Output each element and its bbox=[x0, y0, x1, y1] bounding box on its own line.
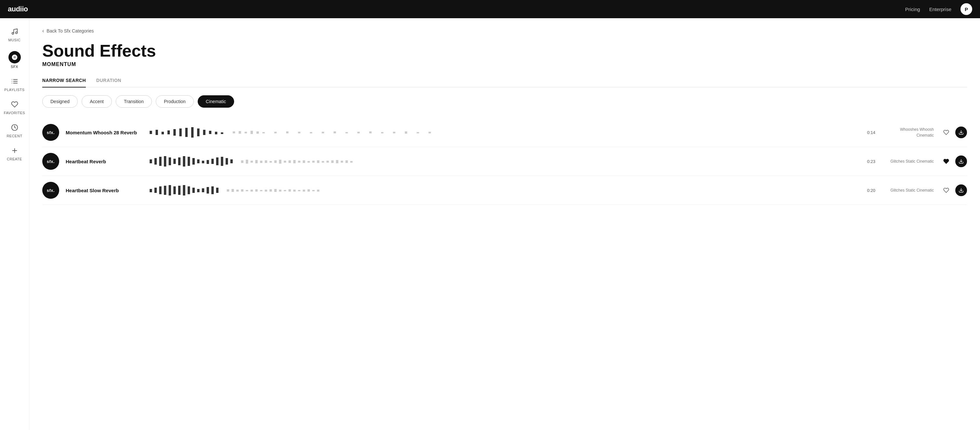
track-name-3: Heartbeat Slow Reverb bbox=[66, 188, 137, 193]
favorite-button-2[interactable] bbox=[940, 156, 952, 167]
svg-rect-96 bbox=[183, 185, 185, 196]
tabs-container: NARROW SEARCH DURATION bbox=[42, 78, 967, 88]
svg-rect-112 bbox=[265, 190, 267, 191]
page-subtitle: MOMENTUM bbox=[42, 62, 967, 67]
svg-rect-34 bbox=[310, 132, 312, 133]
sidebar-item-favorites[interactable]: FAVORITES bbox=[0, 97, 29, 118]
breadcrumb[interactable]: ‹ Back To Sfx Categories bbox=[42, 28, 967, 34]
track-name-2: Heartbeat Reverb bbox=[66, 159, 137, 164]
svg-rect-22 bbox=[209, 131, 212, 134]
svg-rect-110 bbox=[255, 189, 258, 191]
svg-rect-75 bbox=[293, 160, 296, 163]
page-title: Sound Effects bbox=[42, 41, 967, 60]
svg-rect-101 bbox=[207, 187, 209, 194]
svg-rect-49 bbox=[164, 156, 166, 167]
create-icon bbox=[11, 147, 18, 156]
sidebar-item-create[interactable]: CREATE bbox=[0, 144, 29, 164]
svg-rect-37 bbox=[346, 132, 348, 133]
svg-rect-70 bbox=[270, 161, 272, 162]
sidebar-label-playlists: PLAYLISTS bbox=[4, 88, 24, 92]
track-waveform-1[interactable] bbox=[144, 126, 856, 139]
svg-rect-32 bbox=[286, 131, 288, 133]
svg-rect-122 bbox=[312, 190, 314, 191]
sidebar-item-recent[interactable]: RECENT bbox=[0, 121, 29, 141]
user-avatar[interactable]: P bbox=[961, 3, 972, 15]
svg-rect-48 bbox=[159, 157, 161, 166]
svg-rect-111 bbox=[260, 190, 262, 191]
sidebar-label-favorites: FAVORITES bbox=[4, 111, 25, 115]
logo: audiio bbox=[8, 5, 28, 13]
svg-rect-95 bbox=[178, 186, 180, 195]
svg-rect-79 bbox=[312, 161, 314, 162]
svg-rect-27 bbox=[245, 132, 247, 133]
sidebar-item-playlists[interactable]: PLAYLISTS bbox=[0, 75, 29, 95]
svg-rect-120 bbox=[303, 190, 305, 191]
svg-rect-93 bbox=[169, 185, 171, 196]
favorites-icon bbox=[11, 101, 18, 110]
sidebar-item-music[interactable]: MUSIC bbox=[0, 25, 29, 45]
svg-rect-63 bbox=[230, 159, 232, 163]
filter-production[interactable]: Production bbox=[156, 95, 194, 108]
track-avatar-2[interactable]: sfx. bbox=[42, 153, 59, 170]
filter-cinematic[interactable]: Cinematic bbox=[198, 95, 234, 108]
tab-duration[interactable]: DURATION bbox=[96, 78, 121, 88]
favorite-button-3[interactable] bbox=[940, 185, 952, 196]
svg-rect-119 bbox=[298, 190, 301, 191]
svg-rect-114 bbox=[274, 189, 277, 192]
favorite-button-1[interactable] bbox=[940, 127, 952, 138]
svg-rect-117 bbox=[288, 189, 291, 191]
recent-icon bbox=[11, 124, 18, 133]
svg-rect-19 bbox=[191, 127, 194, 138]
svg-rect-64 bbox=[241, 160, 243, 163]
svg-rect-107 bbox=[241, 189, 243, 191]
svg-rect-35 bbox=[322, 132, 324, 133]
svg-rect-77 bbox=[303, 160, 305, 163]
back-arrow-icon: ‹ bbox=[42, 28, 44, 34]
track-avatar-label-3: sfx. bbox=[47, 188, 55, 193]
svg-rect-59 bbox=[212, 159, 214, 164]
svg-rect-36 bbox=[334, 131, 336, 133]
svg-rect-91 bbox=[159, 186, 161, 194]
svg-rect-44 bbox=[428, 132, 431, 133]
download-button-2[interactable] bbox=[955, 156, 967, 167]
track-avatar-1[interactable]: sfx. bbox=[42, 124, 59, 141]
download-button-1[interactable] bbox=[955, 127, 967, 138]
filter-transition[interactable]: Transition bbox=[116, 95, 152, 108]
track-actions-3 bbox=[940, 185, 967, 196]
svg-rect-20 bbox=[197, 129, 199, 136]
track-list: sfx. Momentum Whoosh 28 Reverb bbox=[42, 118, 967, 205]
track-waveform-3[interactable] bbox=[144, 184, 856, 197]
svg-rect-84 bbox=[336, 160, 338, 163]
track-avatar-label-1: sfx. bbox=[47, 130, 55, 135]
svg-rect-83 bbox=[331, 160, 334, 163]
svg-rect-12 bbox=[150, 131, 152, 134]
svg-rect-41 bbox=[393, 132, 395, 133]
svg-rect-15 bbox=[167, 131, 170, 134]
track-tags-2: Glitches Static Cinematic bbox=[882, 158, 934, 164]
enterprise-link[interactable]: Enterprise bbox=[929, 6, 951, 12]
svg-rect-74 bbox=[288, 160, 291, 163]
playlists-icon bbox=[11, 78, 18, 86]
svg-rect-81 bbox=[322, 161, 324, 162]
track-name-1: Momentum Whoosh 28 Reverb bbox=[66, 130, 137, 135]
track-actions-2 bbox=[940, 156, 967, 167]
sidebar-item-sfx[interactable]: SFX bbox=[0, 48, 29, 72]
track-waveform-2[interactable] bbox=[144, 155, 856, 168]
svg-rect-108 bbox=[246, 190, 248, 191]
sidebar-label-sfx: SFX bbox=[11, 65, 18, 68]
filter-accent[interactable]: Accent bbox=[82, 95, 112, 108]
svg-rect-13 bbox=[156, 130, 158, 135]
svg-point-1 bbox=[15, 32, 17, 34]
top-navigation: audiio Pricing Enterprise P bbox=[0, 0, 980, 18]
track-avatar-3[interactable]: sfx. bbox=[42, 182, 59, 199]
sfx-circle-icon bbox=[8, 51, 21, 64]
svg-rect-46 bbox=[150, 159, 152, 163]
sidebar-label-recent: RECENT bbox=[6, 134, 22, 138]
download-button-3[interactable] bbox=[955, 185, 967, 196]
svg-rect-33 bbox=[298, 132, 301, 133]
pricing-link[interactable]: Pricing bbox=[905, 6, 920, 12]
svg-rect-26 bbox=[239, 131, 241, 134]
svg-rect-51 bbox=[173, 159, 176, 164]
filter-designed[interactable]: Designed bbox=[42, 95, 78, 108]
tab-narrow-search[interactable]: NARROW SEARCH bbox=[42, 78, 86, 88]
